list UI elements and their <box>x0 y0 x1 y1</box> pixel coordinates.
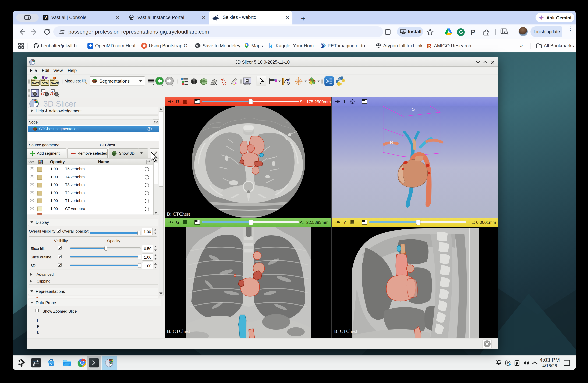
svg-text:DCM: DCM <box>42 82 48 85</box>
svg-text:B: CTChest: B: CTChest <box>167 211 190 217</box>
svg-text:R: R <box>390 140 393 145</box>
svg-text:SAVE: SAVE <box>51 82 59 85</box>
svg-text:L: L <box>437 136 439 141</box>
svg-text:S: S <box>412 107 415 112</box>
svg-text:DATA: DATA <box>32 82 40 85</box>
svg-text:B: CTChest: B: CTChest <box>334 328 357 334</box>
svg-text:B: CTChest: B: CTChest <box>167 328 190 334</box>
